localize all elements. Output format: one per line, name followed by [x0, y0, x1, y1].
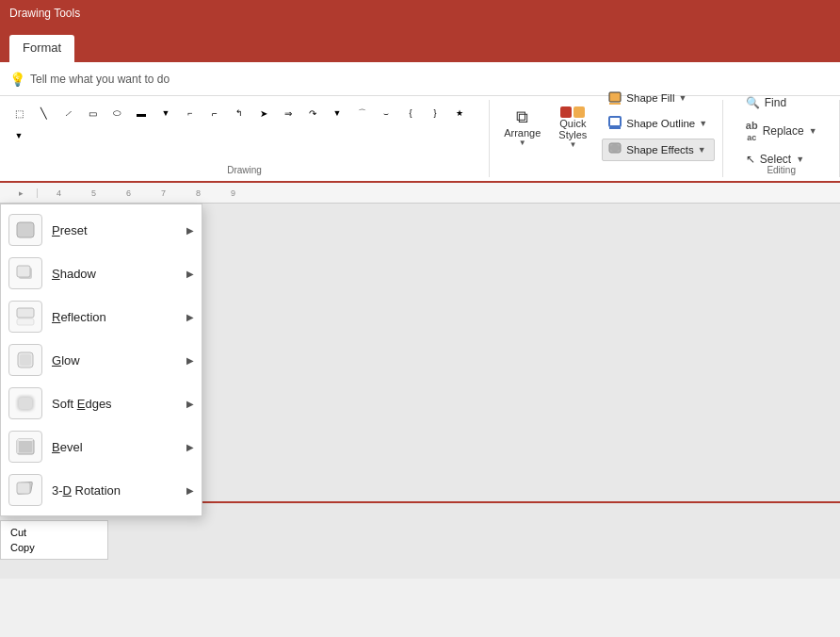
shadow-menu-item[interactable]: Shadow ▶: [1, 252, 202, 295]
svg-rect-12: [20, 354, 31, 366]
reflection-label: Reflection: [52, 310, 177, 324]
preset-label: Preset: [52, 223, 177, 237]
svg-rect-10: [17, 318, 34, 325]
glow-label: Glow: [52, 353, 177, 368]
curve1-tool[interactable]: ⌒: [350, 103, 373, 123]
format-tab[interactable]: Format: [9, 35, 74, 62]
shape-effects-caret: ▼: [698, 145, 706, 155]
svg-rect-9: [17, 308, 34, 318]
slide-area: Cut Copy Preset ▶: [0, 204, 840, 579]
shape-outline-caret: ▼: [699, 119, 707, 128]
horizontal-ruler: ▸ 4 5 6 7 8 9: [0, 183, 840, 204]
ruler-corner: ▸: [19, 188, 38, 198]
ribbon-tab-row: Format: [0, 26, 840, 62]
shadow-arrow-icon: ▶: [186, 269, 194, 279]
cut-item[interactable]: Cut: [7, 525, 102, 540]
ruler-tick: 4: [57, 188, 61, 198]
ruler-tick: 7: [161, 188, 166, 198]
preset-menu-item[interactable]: Preset ▶: [1, 208, 202, 252]
shape2-tool[interactable]: ⌐: [203, 103, 226, 123]
ruler-tick: 8: [196, 188, 201, 198]
drawing-group-label: Drawing: [0, 165, 489, 175]
soft-edges-label: Soft Edges: [52, 397, 177, 411]
glow-menu-item[interactable]: Glow ▶: [1, 338, 202, 382]
select-label: Select: [760, 153, 791, 166]
editing-group-label: Editing: [767, 165, 796, 175]
svg-marker-18: [17, 439, 19, 454]
bevel-arrow-icon: ▶: [186, 442, 194, 452]
shape-outline-label: Shape Outline: [626, 118, 695, 129]
shape-effects-label: Shape Effects: [626, 144, 693, 155]
line2-tool[interactable]: ⟋: [57, 103, 79, 123]
shape-fill-button[interactable]: Shape Fill ▼: [602, 88, 715, 108]
drawing-tools-label: Drawing Tools: [0, 7, 89, 20]
bevel-icon-box: [8, 431, 42, 463]
scroll-btn3[interactable]: ▼: [8, 125, 30, 146]
svg-rect-2: [609, 117, 621, 126]
replace-caret: ▼: [809, 126, 817, 136]
quick-styles-button[interactable]: QuickStyles ▼: [551, 96, 594, 158]
shape-effects-icon: [607, 141, 622, 158]
shape-fill-icon: [607, 90, 622, 106]
shadow-label: Shadow: [52, 267, 177, 281]
shape-fill-caret: ▼: [678, 93, 687, 103]
bevel-menu-item[interactable]: Bevel ▶: [1, 425, 202, 468]
copy-item[interactable]: Copy: [7, 540, 102, 555]
ruler-tick: 9: [231, 188, 235, 198]
glow-icon-box: [8, 344, 42, 376]
tell-me-input[interactable]: 💡 Tell me what you want to do: [9, 72, 170, 87]
arrange-label: Arrange: [504, 127, 541, 139]
svg-rect-14: [19, 398, 32, 409]
line-tool[interactable]: ╲: [32, 103, 55, 123]
replace-icon: abac: [746, 120, 758, 142]
rect2-tool[interactable]: ▬: [130, 103, 153, 123]
arrow3-tool[interactable]: ↷: [301, 103, 324, 123]
shape-effects-button[interactable]: Shape Effects ▼: [602, 139, 715, 161]
reflection-icon-box: [8, 301, 42, 333]
ribbon: ⬚ ╲ ⟋ ▭ ⬭ ▬ ▼ ⌐ ⌐ ↰ ➤ ⇒ ↷ ▼ ⌒ ⌣ { } ★ ▼ …: [0, 96, 840, 183]
quick-styles-label: QuickStyles: [558, 118, 587, 140]
arrange-button[interactable]: ⧉ Arrange ▼: [497, 96, 547, 158]
ruler-tick: 5: [91, 188, 96, 198]
shape-styles-group: ⧉ Arrange ▼ QuickStyles ▼ Shape Fill: [490, 100, 723, 177]
shape3-tool[interactable]: ↰: [228, 103, 250, 123]
find-button[interactable]: 🔍 Find: [737, 92, 826, 113]
soft-edges-menu-item[interactable]: Soft Edges ▶: [1, 382, 202, 425]
scroll-btn2[interactable]: ▼: [326, 103, 348, 123]
find-icon: 🔍: [746, 96, 760, 109]
preset-icon-box: [8, 214, 42, 246]
glow-arrow-icon: ▶: [186, 355, 194, 366]
svg-rect-0: [609, 92, 621, 102]
reflection-menu-item[interactable]: Reflection ▶: [1, 295, 202, 338]
editing-buttons: 🔍 Find abac Replace ▼ ↖ Select ▼: [730, 89, 833, 173]
text-box-tool[interactable]: ⬚: [8, 103, 30, 123]
shape-tools-area: ⬚ ╲ ⟋ ▭ ⬭ ▬ ▼ ⌐ ⌐ ↰ ➤ ⇒ ↷ ▼ ⌒ ⌣ { } ★ ▼: [8, 103, 481, 159]
tell-me-text: Tell me what you want to do: [30, 73, 170, 86]
rect-tool[interactable]: ▭: [81, 103, 104, 123]
select-caret: ▼: [796, 155, 804, 164]
shape-outline-button[interactable]: Shape Outline ▼: [602, 112, 715, 135]
arrow1-tool[interactable]: ➤: [252, 103, 275, 123]
svg-marker-17: [17, 439, 34, 441]
brace1-tool[interactable]: {: [399, 103, 422, 123]
arrange-dropdown-icon: ▼: [519, 139, 526, 147]
preset-arrow-icon: ▶: [186, 225, 194, 236]
3d-rotation-icon-box: [8, 474, 42, 506]
curve2-tool[interactable]: ⌣: [375, 103, 397, 123]
shape-fill-label: Shape Fill: [626, 92, 674, 104]
select-icon: ↖: [746, 153, 755, 166]
arrow2-tool[interactable]: ⇒: [277, 103, 299, 123]
replace-button[interactable]: abac Replace ▼: [737, 116, 826, 146]
svg-point-5: [610, 144, 620, 152]
brace2-tool[interactable]: }: [424, 103, 446, 123]
star-tool[interactable]: ★: [448, 103, 471, 123]
scroll-btn[interactable]: ▼: [154, 103, 177, 123]
shape1-tool[interactable]: ⌐: [179, 103, 202, 123]
3d-rotation-menu-item[interactable]: 3-D Rotation ▶: [1, 468, 202, 512]
ruler-tick: 6: [126, 188, 131, 198]
replace-label: Replace: [763, 124, 804, 138]
ellipse-tool[interactable]: ⬭: [105, 103, 128, 123]
soft-edges-arrow-icon: ▶: [186, 399, 194, 409]
drawing-group: ⬚ ╲ ⟋ ▭ ⬭ ▬ ▼ ⌐ ⌐ ↰ ➤ ⇒ ↷ ▼ ⌒ ⌣ { } ★ ▼ …: [0, 100, 490, 177]
drawing-tools-bar: Drawing Tools: [0, 0, 840, 26]
